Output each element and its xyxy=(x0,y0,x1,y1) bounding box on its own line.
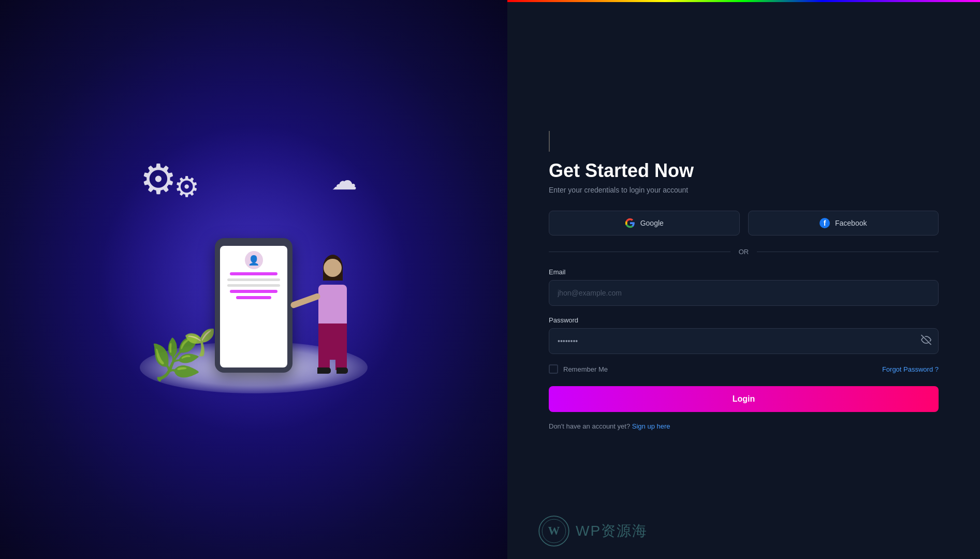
google-icon xyxy=(625,218,635,228)
person-head xyxy=(324,259,342,277)
phone-line-3 xyxy=(227,284,281,287)
right-panel: Get Started Now Enter your credentials t… xyxy=(507,0,980,559)
facebook-icon: f xyxy=(820,218,830,228)
phone-screen: 👤 xyxy=(220,246,287,367)
forgot-password-link[interactable]: Forgot Password ? xyxy=(882,365,939,373)
gear-large-icon: ⚙ xyxy=(140,155,177,203)
email-field-group: Email xyxy=(549,268,939,306)
or-divider: OR xyxy=(549,248,939,256)
signup-link[interactable]: Sign up here xyxy=(632,422,670,430)
google-login-button[interactable]: Google xyxy=(549,211,740,236)
remember-me-group: Remember Me xyxy=(549,364,608,374)
social-buttons-row: Google f Facebook xyxy=(549,211,939,236)
phone-illustration: 👤 xyxy=(215,238,292,373)
plant-right-icon: 🌱 xyxy=(184,327,216,357)
gear-small-icon: ⚙ xyxy=(174,170,199,203)
password-field-group: Password xyxy=(549,316,939,354)
phone-avatar: 👤 xyxy=(245,251,263,269)
left-accent-bar xyxy=(549,131,550,152)
toggle-password-button[interactable] xyxy=(921,335,931,348)
page-subtitle: Enter your credentials to login your acc… xyxy=(549,186,939,194)
watermark-text: WP资源海 xyxy=(576,521,648,541)
or-label: OR xyxy=(739,248,749,256)
svg-text:W: W xyxy=(548,524,560,537)
gear-decoration: ⚙ ⚙ xyxy=(140,155,199,203)
left-panel: ⚙ ⚙ ☁ 🌿 🌱 👤 xyxy=(0,0,507,559)
password-wrapper xyxy=(549,328,939,354)
login-button[interactable]: Login xyxy=(549,386,939,412)
email-label: Email xyxy=(549,268,939,276)
person-shoe-left xyxy=(317,367,331,374)
remember-me-label: Remember Me xyxy=(563,365,608,373)
or-line-left xyxy=(549,252,730,252)
phone-line-4 xyxy=(230,290,277,293)
remember-me-checkbox[interactable] xyxy=(549,364,558,374)
eye-off-icon xyxy=(921,335,931,345)
login-form-container: Get Started Now Enter your credentials t… xyxy=(507,2,980,559)
remember-forgot-row: Remember Me Forgot Password ? xyxy=(549,364,939,374)
page-title: Get Started Now xyxy=(549,160,939,182)
facebook-btn-label: Facebook xyxy=(835,219,867,227)
signup-prompt: Don't have an account yet? Sign up here xyxy=(549,422,939,430)
google-btn-label: Google xyxy=(640,219,664,227)
or-line-right xyxy=(757,252,939,252)
password-input[interactable] xyxy=(549,328,939,354)
email-input[interactable] xyxy=(549,280,939,306)
password-label: Password xyxy=(549,316,939,324)
watermark: W WP资源海 xyxy=(538,516,648,547)
person-arm xyxy=(290,292,321,309)
phone-line-2 xyxy=(227,278,281,281)
person-figure xyxy=(295,259,357,373)
phone-line-1 xyxy=(230,272,277,275)
person-body xyxy=(318,285,347,326)
facebook-login-button[interactable]: f Facebook xyxy=(748,211,939,236)
cloud-icon: ☁ xyxy=(331,166,357,196)
illustration: ⚙ ⚙ ☁ 🌿 🌱 👤 xyxy=(98,124,409,435)
phone-line-5 xyxy=(236,296,271,299)
wordpress-logo: W xyxy=(538,516,569,547)
signup-prompt-text: Don't have an account yet? xyxy=(549,422,630,430)
person-shoe-right xyxy=(337,367,348,374)
